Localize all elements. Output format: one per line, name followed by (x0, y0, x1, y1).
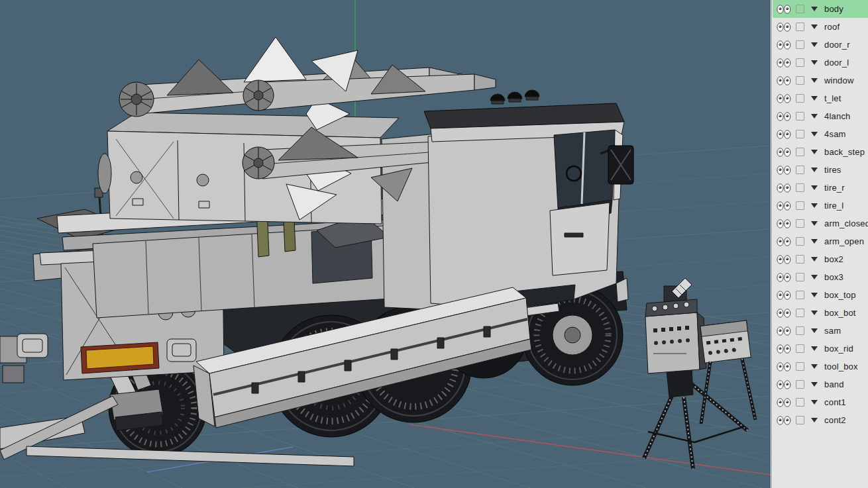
object-label[interactable]: box2 (824, 254, 843, 264)
triangle-down-icon[interactable] (811, 185, 818, 190)
object-label[interactable]: box3 (824, 272, 843, 282)
object-row-4sam[interactable]: 4sam (773, 125, 868, 143)
checkbox[interactable] (796, 362, 804, 371)
eyes-icon[interactable] (777, 166, 791, 175)
triangle-down-icon[interactable] (811, 293, 818, 297)
eyes-icon[interactable] (777, 326, 791, 336)
eyes-icon[interactable] (777, 344, 791, 354)
checkbox[interactable] (796, 58, 804, 67)
triangle-down-icon[interactable] (811, 257, 818, 262)
object-row-door_l[interactable]: door_l (773, 54, 868, 72)
object-label[interactable]: roof (824, 22, 840, 32)
object-label[interactable]: cont1 (824, 397, 846, 407)
triangle-down-icon[interactable] (811, 275, 818, 279)
eyes-icon[interactable] (777, 398, 791, 407)
triangle-down-icon[interactable] (811, 221, 818, 226)
object-label[interactable]: box_top (824, 290, 856, 300)
triangle-down-icon[interactable] (811, 24, 818, 29)
object-row-4lanch[interactable]: 4lanch (773, 107, 868, 125)
object-row-door_r[interactable]: door_r (773, 36, 868, 54)
object-label[interactable]: tires (824, 165, 841, 175)
object-row-cont1[interactable]: cont1 (773, 393, 868, 411)
eyes-icon[interactable] (777, 94, 791, 103)
object-label[interactable]: back_step (824, 147, 865, 157)
eyes-icon[interactable] (777, 5, 791, 14)
eyes-icon[interactable] (777, 23, 791, 32)
object-label[interactable]: tire_l (824, 201, 843, 211)
eyes-icon[interactable] (777, 76, 791, 85)
object-label[interactable]: 4sam (824, 129, 846, 139)
object-label[interactable]: window (824, 75, 854, 85)
triangle-down-icon[interactable] (811, 382, 818, 387)
eyes-icon[interactable] (777, 130, 791, 139)
triangle-down-icon[interactable] (811, 7, 818, 11)
object-label[interactable]: cont2 (824, 415, 846, 425)
object-row-arm_open[interactable]: arm_open (773, 232, 868, 250)
checkbox[interactable] (796, 398, 804, 407)
eyes-icon[interactable] (777, 148, 791, 157)
eyes-icon[interactable] (777, 255, 791, 264)
triangle-down-icon[interactable] (811, 364, 818, 369)
eyes-icon[interactable] (777, 201, 791, 211)
checkbox[interactable] (796, 309, 804, 317)
object-label[interactable]: sam (824, 326, 841, 336)
object-row-box_bot[interactable]: box_bot (773, 304, 868, 322)
checkbox[interactable] (796, 40, 804, 49)
object-label[interactable]: band (824, 379, 844, 389)
checkbox[interactable] (796, 344, 804, 353)
checkbox[interactable] (796, 255, 804, 264)
eyes-icon[interactable] (777, 58, 791, 68)
object-row-tires[interactable]: tires (773, 161, 868, 179)
triangle-down-icon[interactable] (811, 114, 818, 119)
object-row-t_let[interactable]: t_let (773, 89, 868, 107)
object-row-sam[interactable]: sam (773, 322, 868, 340)
object-label[interactable]: 4lanch (824, 111, 851, 121)
checkbox[interactable] (796, 201, 804, 210)
checkbox[interactable] (796, 94, 804, 103)
checkbox[interactable] (796, 112, 804, 121)
checkbox[interactable] (796, 148, 804, 156)
checkbox[interactable] (796, 273, 804, 281)
triangle-down-icon[interactable] (811, 96, 818, 101)
object-row-tire_l[interactable]: tire_l (773, 197, 868, 215)
triangle-down-icon[interactable] (811, 328, 818, 333)
object-label[interactable]: arm_closed (824, 219, 868, 228)
checkbox[interactable] (796, 183, 804, 192)
object-label[interactable]: t_let (824, 93, 841, 103)
triangle-down-icon[interactable] (811, 150, 818, 154)
triangle-down-icon[interactable] (811, 346, 818, 351)
object-row-box3[interactable]: box3 (773, 268, 868, 286)
checkbox[interactable] (796, 23, 804, 31)
object-label[interactable]: arm_open (824, 236, 864, 246)
object-label[interactable]: box_bot (824, 308, 856, 318)
triangle-down-icon[interactable] (811, 78, 818, 83)
triangle-down-icon[interactable] (811, 168, 818, 172)
checkbox[interactable] (796, 416, 804, 424)
eyes-icon[interactable] (777, 291, 791, 300)
eyes-icon[interactable] (777, 40, 791, 50)
triangle-down-icon[interactable] (811, 203, 818, 208)
checkbox[interactable] (796, 291, 804, 299)
eyes-icon[interactable] (777, 112, 791, 121)
object-row-tire_r[interactable]: tire_r (773, 179, 868, 197)
eyes-icon[interactable] (777, 362, 791, 371)
eyes-icon[interactable] (777, 380, 791, 389)
eyes-icon[interactable] (777, 309, 791, 318)
object-row-window[interactable]: window (773, 72, 868, 89)
object-label[interactable]: tool_box (824, 362, 858, 371)
object-row-band[interactable]: band (773, 375, 868, 393)
triangle-down-icon[interactable] (811, 400, 818, 405)
triangle-down-icon[interactable] (811, 311, 818, 315)
object-row-box_rid[interactable]: box_rid (773, 340, 868, 358)
eyes-icon[interactable] (777, 183, 791, 193)
triangle-down-icon[interactable] (811, 239, 818, 244)
triangle-down-icon[interactable] (811, 132, 818, 136)
object-label[interactable]: box_rid (824, 344, 853, 354)
viewport-3d[interactable] (0, 0, 771, 488)
object-row-box2[interactable]: box2 (773, 250, 868, 268)
eyes-icon[interactable] (777, 273, 791, 282)
eyes-icon[interactable] (777, 219, 791, 228)
checkbox[interactable] (796, 166, 804, 174)
checkbox[interactable] (796, 130, 804, 138)
eyes-icon[interactable] (777, 237, 791, 246)
